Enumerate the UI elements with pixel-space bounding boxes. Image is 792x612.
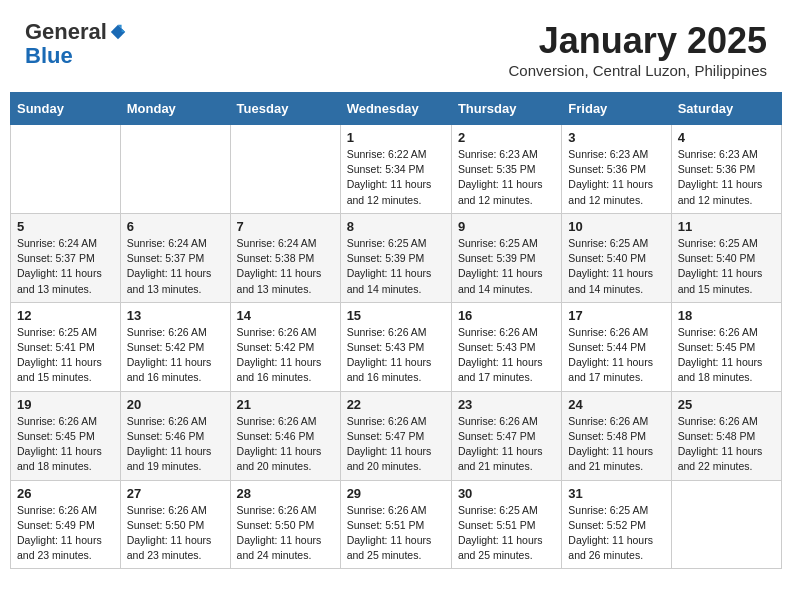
sunrise-text: Sunrise: 6:26 AM — [237, 504, 317, 516]
day-info: Sunrise: 6:26 AM Sunset: 5:43 PM Dayligh… — [458, 325, 555, 386]
daylight-text: Daylight: 11 hours and 16 minutes. — [237, 356, 322, 383]
daylight-text: Daylight: 11 hours and 18 minutes. — [678, 356, 763, 383]
day-info: Sunrise: 6:25 AM Sunset: 5:41 PM Dayligh… — [17, 325, 114, 386]
day-info: Sunrise: 6:25 AM Sunset: 5:52 PM Dayligh… — [568, 503, 664, 564]
sunrise-text: Sunrise: 6:26 AM — [568, 415, 648, 427]
sunrise-text: Sunrise: 6:25 AM — [458, 504, 538, 516]
day-number: 5 — [17, 219, 114, 234]
sunset-text: Sunset: 5:43 PM — [458, 341, 536, 353]
table-row: 14 Sunrise: 6:26 AM Sunset: 5:42 PM Dayl… — [230, 302, 340, 391]
day-info: Sunrise: 6:25 AM Sunset: 5:39 PM Dayligh… — [458, 236, 555, 297]
daylight-text: Daylight: 11 hours and 14 minutes. — [347, 267, 432, 294]
header-sunday: Sunday — [11, 93, 121, 125]
calendar-week-row: 26 Sunrise: 6:26 AM Sunset: 5:49 PM Dayl… — [11, 480, 782, 569]
day-number: 15 — [347, 308, 445, 323]
sunset-text: Sunset: 5:47 PM — [347, 430, 425, 442]
daylight-text: Daylight: 11 hours and 15 minutes. — [678, 267, 763, 294]
sunrise-text: Sunrise: 6:26 AM — [347, 415, 427, 427]
sunrise-text: Sunrise: 6:25 AM — [568, 237, 648, 249]
day-info: Sunrise: 6:26 AM Sunset: 5:47 PM Dayligh… — [458, 414, 555, 475]
day-number: 4 — [678, 130, 775, 145]
sunrise-text: Sunrise: 6:26 AM — [568, 326, 648, 338]
sunrise-text: Sunrise: 6:26 AM — [127, 504, 207, 516]
daylight-text: Daylight: 11 hours and 26 minutes. — [568, 534, 653, 561]
day-number: 30 — [458, 486, 555, 501]
day-number: 14 — [237, 308, 334, 323]
daylight-text: Daylight: 11 hours and 21 minutes. — [568, 445, 653, 472]
sunset-text: Sunset: 5:39 PM — [347, 252, 425, 264]
sunset-text: Sunset: 5:36 PM — [568, 163, 646, 175]
sunrise-text: Sunrise: 6:24 AM — [237, 237, 317, 249]
header-wednesday: Wednesday — [340, 93, 451, 125]
day-info: Sunrise: 6:22 AM Sunset: 5:34 PM Dayligh… — [347, 147, 445, 208]
day-info: Sunrise: 6:25 AM Sunset: 5:40 PM Dayligh… — [678, 236, 775, 297]
day-number: 9 — [458, 219, 555, 234]
day-number: 6 — [127, 219, 224, 234]
table-row: 27 Sunrise: 6:26 AM Sunset: 5:50 PM Dayl… — [120, 480, 230, 569]
logo-icon — [109, 23, 127, 41]
calendar-week-row: 5 Sunrise: 6:24 AM Sunset: 5:37 PM Dayli… — [11, 213, 782, 302]
day-info: Sunrise: 6:26 AM Sunset: 5:42 PM Dayligh… — [127, 325, 224, 386]
table-row: 21 Sunrise: 6:26 AM Sunset: 5:46 PM Dayl… — [230, 391, 340, 480]
sunrise-text: Sunrise: 6:22 AM — [347, 148, 427, 160]
sunrise-text: Sunrise: 6:26 AM — [347, 326, 427, 338]
sunrise-text: Sunrise: 6:25 AM — [678, 237, 758, 249]
day-number: 26 — [17, 486, 114, 501]
table-row: 8 Sunrise: 6:25 AM Sunset: 5:39 PM Dayli… — [340, 213, 451, 302]
day-info: Sunrise: 6:26 AM Sunset: 5:48 PM Dayligh… — [568, 414, 664, 475]
header-monday: Monday — [120, 93, 230, 125]
daylight-text: Daylight: 11 hours and 24 minutes. — [237, 534, 322, 561]
calendar-week-row: 12 Sunrise: 6:25 AM Sunset: 5:41 PM Dayl… — [11, 302, 782, 391]
day-number: 13 — [127, 308, 224, 323]
day-info: Sunrise: 6:26 AM Sunset: 5:45 PM Dayligh… — [678, 325, 775, 386]
calendar-header-row: Sunday Monday Tuesday Wednesday Thursday… — [11, 93, 782, 125]
calendar-week-row: 19 Sunrise: 6:26 AM Sunset: 5:45 PM Dayl… — [11, 391, 782, 480]
table-row: 16 Sunrise: 6:26 AM Sunset: 5:43 PM Dayl… — [451, 302, 561, 391]
daylight-text: Daylight: 11 hours and 20 minutes. — [237, 445, 322, 472]
day-info: Sunrise: 6:26 AM Sunset: 5:46 PM Dayligh… — [127, 414, 224, 475]
sunrise-text: Sunrise: 6:26 AM — [678, 415, 758, 427]
sunrise-text: Sunrise: 6:26 AM — [17, 504, 97, 516]
sunrise-text: Sunrise: 6:26 AM — [237, 326, 317, 338]
daylight-text: Daylight: 11 hours and 20 minutes. — [347, 445, 432, 472]
sunrise-text: Sunrise: 6:24 AM — [127, 237, 207, 249]
day-info: Sunrise: 6:25 AM Sunset: 5:51 PM Dayligh… — [458, 503, 555, 564]
sunset-text: Sunset: 5:42 PM — [237, 341, 315, 353]
table-row: 13 Sunrise: 6:26 AM Sunset: 5:42 PM Dayl… — [120, 302, 230, 391]
sunset-text: Sunset: 5:48 PM — [568, 430, 646, 442]
daylight-text: Daylight: 11 hours and 23 minutes. — [127, 534, 212, 561]
daylight-text: Daylight: 11 hours and 17 minutes. — [568, 356, 653, 383]
logo-general: General — [25, 20, 107, 44]
table-row: 11 Sunrise: 6:25 AM Sunset: 5:40 PM Dayl… — [671, 213, 781, 302]
table-row: 28 Sunrise: 6:26 AM Sunset: 5:50 PM Dayl… — [230, 480, 340, 569]
sunrise-text: Sunrise: 6:25 AM — [17, 326, 97, 338]
table-row: 29 Sunrise: 6:26 AM Sunset: 5:51 PM Dayl… — [340, 480, 451, 569]
table-row: 5 Sunrise: 6:24 AM Sunset: 5:37 PM Dayli… — [11, 213, 121, 302]
day-number: 21 — [237, 397, 334, 412]
header-saturday: Saturday — [671, 93, 781, 125]
table-row: 18 Sunrise: 6:26 AM Sunset: 5:45 PM Dayl… — [671, 302, 781, 391]
sunrise-text: Sunrise: 6:25 AM — [347, 237, 427, 249]
day-info: Sunrise: 6:26 AM Sunset: 5:43 PM Dayligh… — [347, 325, 445, 386]
day-info: Sunrise: 6:24 AM Sunset: 5:37 PM Dayligh… — [127, 236, 224, 297]
day-number: 17 — [568, 308, 664, 323]
day-number: 29 — [347, 486, 445, 501]
day-info: Sunrise: 6:26 AM Sunset: 5:47 PM Dayligh… — [347, 414, 445, 475]
table-row: 30 Sunrise: 6:25 AM Sunset: 5:51 PM Dayl… — [451, 480, 561, 569]
table-row: 26 Sunrise: 6:26 AM Sunset: 5:49 PM Dayl… — [11, 480, 121, 569]
sunrise-text: Sunrise: 6:24 AM — [17, 237, 97, 249]
daylight-text: Daylight: 11 hours and 14 minutes. — [458, 267, 543, 294]
sunset-text: Sunset: 5:38 PM — [237, 252, 315, 264]
daylight-text: Daylight: 11 hours and 14 minutes. — [568, 267, 653, 294]
day-info: Sunrise: 6:26 AM Sunset: 5:50 PM Dayligh… — [237, 503, 334, 564]
day-info: Sunrise: 6:26 AM Sunset: 5:48 PM Dayligh… — [678, 414, 775, 475]
day-info: Sunrise: 6:25 AM Sunset: 5:39 PM Dayligh… — [347, 236, 445, 297]
daylight-text: Daylight: 11 hours and 25 minutes. — [458, 534, 543, 561]
table-row: 23 Sunrise: 6:26 AM Sunset: 5:47 PM Dayl… — [451, 391, 561, 480]
calendar-table: Sunday Monday Tuesday Wednesday Thursday… — [10, 92, 782, 569]
title-block: January 2025 Conversion, Central Luzon, … — [509, 20, 767, 79]
table-row: 9 Sunrise: 6:25 AM Sunset: 5:39 PM Dayli… — [451, 213, 561, 302]
daylight-text: Daylight: 11 hours and 13 minutes. — [17, 267, 102, 294]
daylight-text: Daylight: 11 hours and 18 minutes. — [17, 445, 102, 472]
day-number: 28 — [237, 486, 334, 501]
